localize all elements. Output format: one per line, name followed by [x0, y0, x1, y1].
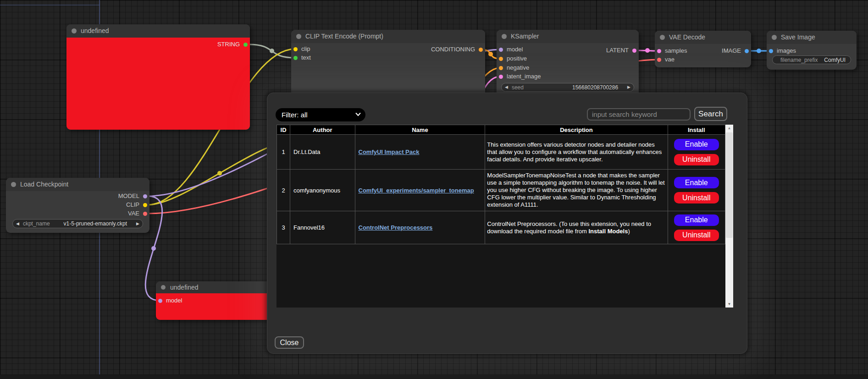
filename-prefix-value: ComfyUI	[824, 57, 846, 63]
enable-button[interactable]: Enable	[674, 177, 719, 188]
input-slot-vae[interactable]	[657, 58, 661, 62]
output-label-clip: CLIP	[126, 201, 139, 208]
seed-widget[interactable]: ◀ seed 156680208700286 ▶	[501, 83, 634, 92]
node-title: Save Image	[781, 33, 815, 41]
search-button[interactable]: Search	[694, 107, 727, 121]
wire-dot	[270, 49, 274, 53]
input-slot-samples[interactable]	[657, 49, 661, 53]
search-input[interactable]	[587, 108, 691, 121]
table-row: 3 Fannovel16 ControlNet Preprocessors Co…	[277, 211, 725, 244]
node-collapse-dot[interactable]	[11, 182, 16, 187]
input-slot-images[interactable]	[769, 49, 773, 53]
input-slot-negative[interactable]	[499, 66, 503, 70]
table-row: 2 comfyanonymous ComfyUI_experiments/sam…	[277, 170, 725, 211]
filter-select-wrap: Filter: all	[276, 108, 365, 121]
input-slot-text[interactable]	[293, 56, 298, 60]
node-title: undefined	[81, 27, 109, 34]
cell-id: 2	[277, 170, 290, 211]
cell-id: 1	[277, 135, 290, 170]
node-collapse-dot[interactable]	[296, 34, 301, 39]
uninstall-button[interactable]: Uninstall	[674, 192, 719, 203]
node-vae-decode[interactable]: VAE Decode samples vae IMAGE	[655, 31, 751, 67]
header-name: Name	[355, 125, 485, 135]
uninstall-button[interactable]: Uninstall	[674, 230, 719, 241]
output-slot-vae[interactable]	[143, 212, 147, 216]
ckpt-name-value: v1-5-pruned-emaonly.ckpt	[64, 220, 127, 227]
comfyui-canvas[interactable]: undefined STRING CLIP Text Encode (Promp…	[0, 0, 868, 379]
wire-dot	[217, 171, 222, 176]
node-title: Load Checkpoint	[20, 181, 68, 188]
node-load-checkpoint[interactable]: Load Checkpoint MODEL CLIP VAE ◀ ckpt_na…	[6, 178, 149, 233]
widget-arrow-right-icon[interactable]: ▶	[627, 85, 630, 89]
output-slot-image[interactable]	[745, 49, 749, 53]
node-undefined-bottom[interactable]: undefined model	[156, 281, 275, 320]
close-button[interactable]: Close	[275, 336, 304, 349]
output-slot-string[interactable]	[243, 43, 248, 47]
table-scrollbar[interactable]: ▲ ▼	[725, 125, 733, 308]
enable-button[interactable]: Enable	[674, 214, 719, 226]
node-collapse-dot[interactable]	[161, 285, 166, 290]
header-id: ID	[277, 125, 290, 135]
enable-button[interactable]: Enable	[674, 139, 719, 150]
seed-value: 156680208700286	[572, 84, 618, 91]
node-collapse-dot[interactable]	[72, 28, 77, 33]
input-slot-model[interactable]	[158, 299, 162, 303]
node-undefined-top[interactable]: undefined STRING	[66, 24, 250, 130]
input-slot-positive[interactable]	[499, 57, 503, 61]
custom-nodes-dialog: Filter: all Search ID Author Name Descri…	[267, 93, 747, 354]
table-row: 1 Dr.Lt.Data ComfyUI Impact Pack This ex…	[277, 135, 725, 170]
header-description: Description	[485, 125, 668, 135]
output-label-latent: LATENT	[606, 47, 629, 54]
widget-arrow-left-icon[interactable]: ◀	[505, 85, 508, 89]
input-slot-latent-image[interactable]	[499, 75, 503, 79]
output-label-model: MODEL	[118, 192, 139, 199]
output-label-conditioning: CONDITIONING	[431, 46, 475, 53]
node-collapse-dot[interactable]	[502, 34, 507, 39]
filter-select[interactable]: Filter: all	[276, 108, 365, 121]
table-header-row: ID Author Name Description Install	[277, 125, 725, 135]
extension-link[interactable]: ComfyUI_experiments/sampler_tonemap	[359, 187, 474, 194]
output-label-vae: VAE	[128, 210, 139, 217]
node-title: undefined	[170, 284, 199, 291]
wire-dot	[488, 52, 493, 56]
widget-arrow-left-icon[interactable]: ◀	[16, 222, 19, 226]
scrollbar-thumb[interactable]	[726, 132, 733, 238]
node-title: VAE Decode	[669, 33, 705, 41]
filename-prefix-widget[interactable]: filename_prefix ComfyUI	[772, 55, 851, 64]
input-slot-clip[interactable]	[293, 47, 298, 51]
extension-table-scroll-area[interactable]: ID Author Name Description Install 1 Dr.…	[276, 125, 733, 308]
cell-author: Fannovel16	[290, 211, 355, 244]
header-author: Author	[290, 125, 355, 135]
cell-description: ModelSamplerTonemapNoiseTest a node that…	[485, 170, 668, 211]
output-slot-conditioning[interactable]	[479, 48, 483, 52]
node-collapse-dot[interactable]	[772, 35, 777, 40]
extension-link[interactable]: ControlNet Preprocessors	[359, 224, 433, 231]
node-save-image[interactable]: Save Image images filename_prefix ComfyU…	[767, 31, 857, 70]
output-label-string: STRING	[217, 41, 240, 48]
wire-dot	[757, 49, 761, 53]
cell-author: comfyanonymous	[290, 170, 355, 211]
cell-author: Dr.Lt.Data	[290, 135, 355, 170]
node-title: KSampler	[511, 33, 539, 40]
extension-table: ID Author Name Description Install 1 Dr.…	[276, 125, 725, 244]
wire-dot	[645, 48, 650, 53]
header-install: Install	[668, 125, 725, 135]
node-title: CLIP Text Encode (Prompt)	[305, 33, 383, 40]
output-label-image: IMAGE	[722, 47, 741, 54]
extension-link[interactable]: ComfyUI Impact Pack	[359, 148, 420, 155]
wire-dot	[151, 246, 156, 251]
ckpt-name-widget[interactable]: ◀ ckpt_name v1-5-pruned-emaonly.ckpt ▶	[12, 219, 143, 228]
scrollbar-down-icon[interactable]: ▼	[725, 301, 733, 308]
uninstall-button[interactable]: Uninstall	[674, 154, 719, 165]
cell-id: 3	[277, 211, 290, 244]
input-slot-model[interactable]	[499, 48, 503, 52]
node-collapse-dot[interactable]	[660, 35, 665, 40]
output-slot-clip[interactable]	[143, 203, 147, 207]
output-slot-model[interactable]	[143, 194, 147, 198]
cell-description: This extension offers various detector n…	[485, 135, 668, 170]
scrollbar-up-icon[interactable]: ▲	[725, 125, 733, 132]
output-slot-latent[interactable]	[632, 49, 636, 53]
widget-arrow-right-icon[interactable]: ▶	[136, 222, 139, 226]
cell-description: ControlNet Preprocessors. (To use this e…	[485, 211, 668, 244]
